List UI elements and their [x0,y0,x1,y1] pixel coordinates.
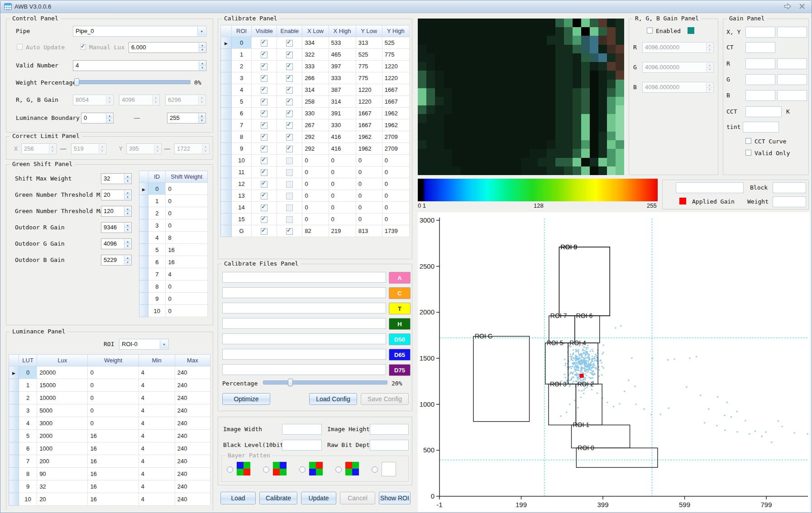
table-cell[interactable]: 240 [175,480,210,493]
table-row[interactable]: 929241619622709 [221,143,410,155]
table-cell[interactable]: 240 [175,392,210,404]
table-cell[interactable]: 1667 [356,108,382,119]
table-cell[interactable]: 0 [329,202,356,214]
table-cell[interactable]: 322 [302,49,329,61]
table-cell[interactable]: 1220 [356,84,382,96]
table-cell[interactable]: 775 [356,72,382,84]
visible-checkbox[interactable] [261,99,267,105]
table-cell[interactable]: 4 [139,404,175,417]
row-selector[interactable] [221,178,232,190]
table-cell[interactable]: 525 [382,37,409,49]
column-header[interactable]: Y Low [356,25,382,37]
table-cell[interactable] [252,84,277,96]
table-cell[interactable] [252,155,277,166]
table-row[interactable]: 616 [139,256,208,268]
table-cell[interactable]: 333 [329,72,356,84]
close-icon[interactable] [797,2,807,11]
table-cell[interactable]: 4 [232,84,252,96]
visible-checkbox[interactable] [261,146,267,152]
table-cell[interactable]: 465 [329,49,356,61]
table-row[interactable]: 11500004240 [9,379,210,392]
row-selector[interactable] [9,493,19,506]
table-cell[interactable]: 6 [19,442,37,455]
table-cell[interactable] [277,119,302,131]
row-selector[interactable] [9,392,19,404]
table-cell[interactable]: 3 [19,404,37,417]
enable-checkbox[interactable] [286,193,293,200]
row-selector[interactable] [9,480,19,493]
row-selector[interactable] [9,417,19,430]
table-cell[interactable]: 0 [302,190,329,202]
table-cell[interactable]: 240 [175,468,210,480]
table-cell[interactable] [277,202,302,214]
visible-checkbox[interactable] [261,193,267,200]
table-cell[interactable]: 0 [302,214,329,225]
table-cell[interactable]: 1 [232,49,252,61]
table-cell[interactable]: 8 [148,280,166,293]
row-selector[interactable]: ▶ [9,366,19,379]
table-cell[interactable]: 4 [139,468,175,480]
valid-number-input[interactable]: 4 ▲▼ [73,60,206,71]
image-height-input[interactable] [370,424,409,435]
enable-checkbox[interactable] [286,87,293,94]
table-cell[interactable]: 266 [302,72,329,84]
table-row[interactable]: 1322465525775 [221,49,410,61]
table-cell[interactable]: 32 [37,480,88,493]
table-cell[interactable]: 240 [175,417,210,430]
row-selector[interactable] [9,442,19,455]
bayer-radio-4[interactable] [372,466,378,473]
table-row[interactable]: 48 [139,232,208,244]
table-cell[interactable]: 2000 [37,430,88,442]
correct-x-max[interactable]: 519 ▲▼ [71,143,106,154]
table-cell[interactable]: 0 [88,366,139,379]
table-cell[interactable]: 0 [356,155,382,166]
illuminant-button-a[interactable]: A [389,272,411,284]
table-cell[interactable]: 20000 [37,366,88,379]
column-header[interactable]: Visible [252,25,277,37]
table-cell[interactable]: 292 [302,143,329,155]
spinner-arrows[interactable]: ▲▼ [198,114,205,123]
table-row[interactable]: 633039116671962 [221,108,410,119]
table-cell[interactable]: 16 [88,493,139,506]
table-cell[interactable] [277,166,302,178]
row-selector[interactable] [139,207,148,219]
table-cell[interactable]: 4 [19,417,37,430]
row-selector[interactable] [9,468,19,480]
table-cell[interactable]: 90 [37,468,88,480]
title-bar[interactable]: AWB V3.0.0.6 [0,0,812,13]
table-cell[interactable]: 0 [382,214,409,225]
table-cell[interactable]: 200 [37,455,88,468]
auto-update-checkbox[interactable] [17,44,23,50]
table-cell[interactable]: 0 [356,190,382,202]
table-cell[interactable]: 0 [302,178,329,190]
table-cell[interactable]: 4 [139,379,175,392]
enable-checkbox[interactable] [286,40,293,47]
table-cell[interactable] [252,49,277,61]
table-cell[interactable] [277,143,302,155]
row-selector[interactable] [139,305,148,317]
row-selector[interactable] [221,131,232,143]
table-row[interactable]: G822198131739 [221,225,410,237]
table-cell[interactable]: 1739 [382,225,409,237]
table-row[interactable]: 32663337751220 [221,72,410,84]
table-row[interactable]: 3500004240 [9,404,210,417]
enable-checkbox[interactable] [286,181,293,188]
table-cell[interactable]: 525 [356,49,382,61]
image-width-input[interactable] [282,424,322,435]
g-gain-input[interactable]: 4096 ▲▼ [119,95,160,105]
table-cell[interactable] [277,131,302,143]
bayer-radio-2[interactable] [299,466,306,473]
table-cell[interactable] [252,214,277,225]
table-cell[interactable]: 240 [175,493,210,506]
row-selector[interactable]: ▶ [139,183,148,195]
lum-roi-select[interactable]: ROI-0 ▾ [119,339,169,350]
visible-checkbox[interactable] [261,87,267,94]
table-cell[interactable]: 16 [88,430,139,442]
table-cell[interactable]: 258 [302,96,329,108]
table-cell[interactable]: 2709 [382,143,409,155]
row-selector[interactable] [139,195,148,207]
table-cell[interactable]: 13 [232,190,252,202]
visible-checkbox[interactable] [261,134,267,141]
table-row[interactable]: 90 [139,293,208,305]
table-cell[interactable]: 4 [139,417,175,430]
